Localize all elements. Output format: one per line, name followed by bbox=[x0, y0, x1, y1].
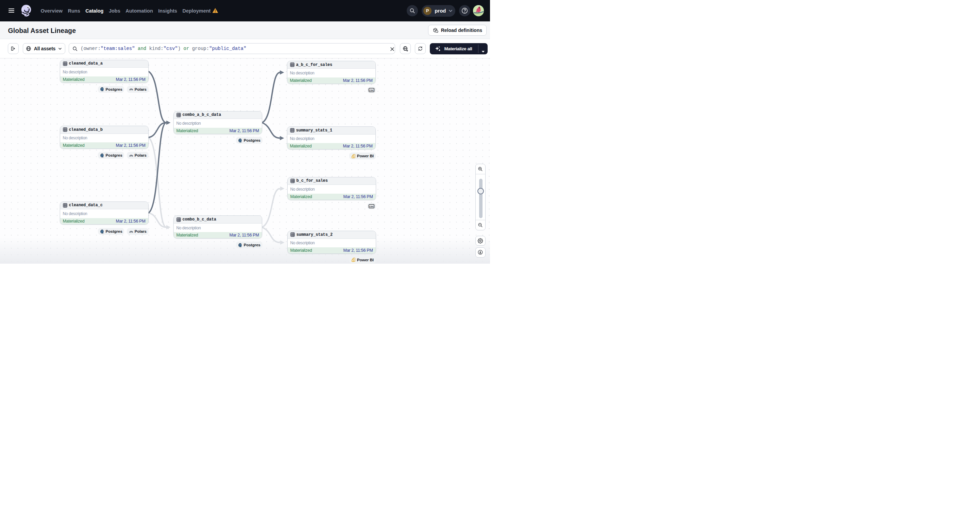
svg-text:CSV: CSV bbox=[369, 206, 373, 208]
svg-text:CSV: CSV bbox=[369, 89, 373, 91]
